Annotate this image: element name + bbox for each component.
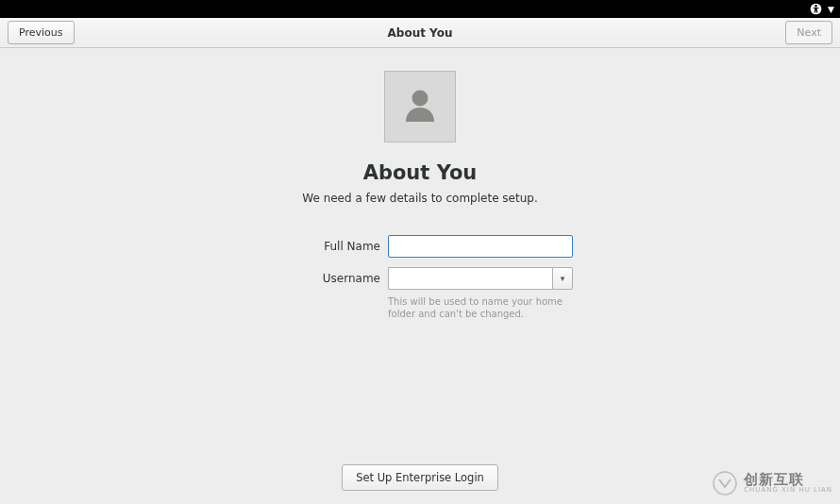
header-title: About You bbox=[0, 26, 840, 40]
watermark-sub: CHUANG XIN HU LIAN bbox=[744, 487, 832, 494]
header-bar: Previous About You Next bbox=[0, 18, 840, 48]
user-form: Full Name Username ▾ This will be used t… bbox=[267, 235, 573, 320]
watermark-main: 创新互联 bbox=[744, 473, 832, 487]
page-subtext: We need a few details to complete setup. bbox=[302, 192, 537, 205]
svg-point-2 bbox=[412, 91, 428, 107]
enterprise-login-button[interactable]: Set Up Enterprise Login bbox=[342, 464, 498, 491]
fullname-label: Full Name bbox=[267, 240, 380, 253]
svg-point-1 bbox=[815, 5, 817, 8]
avatar-placeholder[interactable] bbox=[384, 71, 456, 143]
main-content: About You We need a few details to compl… bbox=[0, 48, 840, 320]
username-dropdown-button[interactable]: ▾ bbox=[552, 267, 573, 290]
chevron-down-icon[interactable]: ▼ bbox=[828, 5, 834, 14]
watermark-text: 创新互联 CHUANG XIN HU LIAN bbox=[744, 473, 832, 494]
chevron-down-icon: ▾ bbox=[561, 274, 565, 283]
username-label: Username bbox=[267, 272, 380, 285]
page-heading: About You bbox=[363, 161, 478, 184]
username-hint: This will be used to name your home fold… bbox=[388, 295, 573, 320]
watermark-logo-icon bbox=[712, 470, 738, 496]
accessibility-icon[interactable] bbox=[809, 3, 822, 16]
svg-point-3 bbox=[714, 472, 736, 495]
top-panel: ▼ bbox=[0, 0, 840, 18]
person-icon bbox=[397, 84, 443, 129]
next-button: Next bbox=[785, 21, 832, 44]
previous-button[interactable]: Previous bbox=[8, 21, 75, 44]
watermark: 创新互联 CHUANG XIN HU LIAN bbox=[712, 470, 832, 496]
username-combo: ▾ bbox=[388, 267, 573, 290]
username-input[interactable] bbox=[388, 267, 552, 290]
fullname-input[interactable] bbox=[388, 235, 573, 258]
